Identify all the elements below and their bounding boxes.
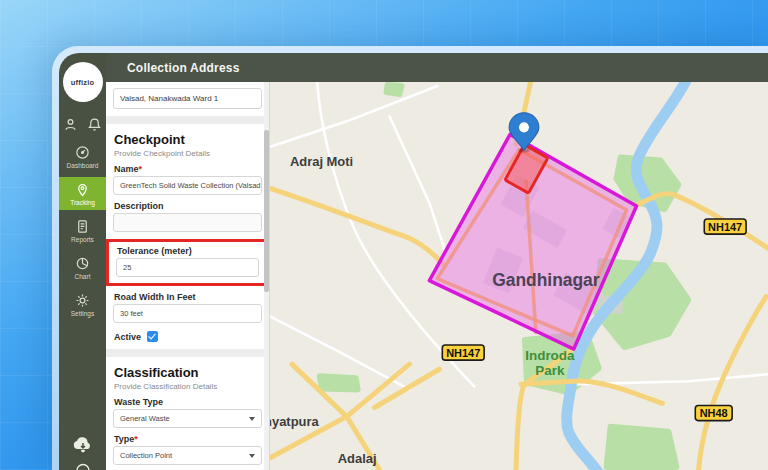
tolerance-label: Tolerance (meter) xyxy=(117,246,258,256)
waste-type-select[interactable]: General Waste xyxy=(113,409,262,428)
active-checkbox[interactable] xyxy=(147,331,158,342)
panel-scrollbar[interactable] xyxy=(264,82,269,470)
map-label-adraj-moti: Adraj Moti xyxy=(290,154,353,169)
sidebar-item-dashboard[interactable]: Dashboard xyxy=(59,140,106,173)
active-label: Active xyxy=(114,332,141,342)
sidebar-item-reports[interactable]: Reports xyxy=(59,214,106,247)
dropdown-caret-icon xyxy=(249,417,255,421)
svg-text:NH147: NH147 xyxy=(708,221,742,233)
sidebar-item-tracking[interactable]: Tracking xyxy=(59,177,106,210)
app-window: uffizio Dashboard xyxy=(52,46,768,470)
logo-text: uffizio xyxy=(71,78,94,87)
road-width-field[interactable]: 30 feet xyxy=(113,304,262,323)
required-asterisk: * xyxy=(134,434,138,444)
sidebar-item-label: Reports xyxy=(71,236,94,243)
cloud-download-icon[interactable] xyxy=(72,435,94,453)
svg-text:NH147: NH147 xyxy=(446,347,480,359)
person-pin-icon xyxy=(75,182,90,197)
sidebar-item-label: Chart xyxy=(75,273,91,280)
app-frame: uffizio Dashboard xyxy=(59,53,768,470)
active-row: Active xyxy=(114,331,261,342)
address-field[interactable]: Valsad, Nanakwada Ward 1 xyxy=(113,88,262,109)
checkpoint-form-panel: Valsad, Nanakwada Ward 1 Checkpoint Prov… xyxy=(106,82,270,470)
content-row: Valsad, Nanakwada Ward 1 Checkpoint Prov… xyxy=(106,82,768,470)
required-asterisk: * xyxy=(139,164,143,174)
sidebar-item-label: Dashboard xyxy=(67,162,99,169)
name-field[interactable]: GreenTech Solid Waste Collection (Valsad… xyxy=(113,176,262,195)
road-width-label: Road Width In Feet xyxy=(114,292,261,302)
description-label: Description xyxy=(114,201,261,211)
report-icon xyxy=(75,219,90,234)
waste-type-label: Waste Type xyxy=(114,397,261,407)
name-label: Name* xyxy=(114,164,261,174)
highway-badge: NH147 xyxy=(442,345,484,360)
sidebar-item-label: Settings xyxy=(71,310,95,317)
section-divider xyxy=(106,116,269,124)
svg-text:NH48: NH48 xyxy=(700,407,728,419)
classification-section-title: Classification xyxy=(114,365,261,380)
dropdown-caret-icon xyxy=(249,454,255,458)
description-field[interactable] xyxy=(113,213,262,232)
pie-chart-icon xyxy=(75,256,90,271)
map-label-gandhinagar: Gandhinagar xyxy=(492,269,600,289)
section-divider xyxy=(106,349,269,357)
icon-sidebar: uffizio Dashboard xyxy=(59,53,106,470)
tolerance-field[interactable]: 25 xyxy=(116,258,259,277)
scrollbar-thumb[interactable] xyxy=(264,130,269,292)
map-label-adalaj: Adalaj xyxy=(338,451,377,466)
highway-badge: NH48 xyxy=(695,406,732,421)
panel-header: Collection Address xyxy=(106,53,768,82)
type-select[interactable]: Collection Point xyxy=(113,446,262,465)
top-icons xyxy=(63,117,102,132)
highway-badge: NH147 xyxy=(704,219,746,234)
bell-icon[interactable] xyxy=(87,117,102,132)
map-label-indroda: Indroda xyxy=(525,348,575,363)
tolerance-highlight-box: Tolerance (meter) 25 xyxy=(106,239,269,286)
gear-icon xyxy=(75,293,90,308)
speedometer-icon xyxy=(75,145,90,160)
logo: uffizio xyxy=(63,62,103,102)
sidebar-item-chart[interactable]: Chart xyxy=(59,251,106,284)
sidebar-item-settings[interactable]: Settings xyxy=(59,288,106,321)
headset-icon[interactable] xyxy=(74,461,92,470)
map-label-hyatpura: hyatpura xyxy=(270,414,319,429)
map-canvas[interactable]: NH147 NH147 NH48 Adraj Moti Gandhinagar … xyxy=(270,82,768,470)
main-area: Collection Address Valsad, Nanakwada War… xyxy=(106,53,768,470)
type-label: Type* xyxy=(114,434,261,444)
checkpoint-section-subtitle: Provide Checkpoint Details xyxy=(114,149,261,158)
checkpoint-section-title: Checkpoint xyxy=(114,132,261,147)
map-label-indroda-park: Park xyxy=(535,363,565,378)
classification-section-subtitle: Provide Classification Details xyxy=(114,382,261,391)
page-title: Collection Address xyxy=(127,61,240,75)
user-icon[interactable] xyxy=(63,117,78,132)
sidebar-item-label: Tracking xyxy=(70,199,95,206)
